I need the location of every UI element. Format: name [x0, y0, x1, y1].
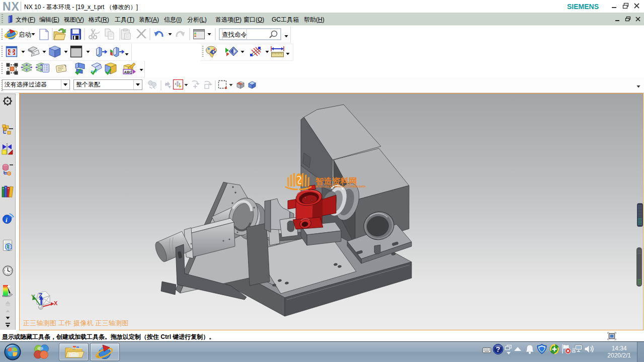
svg-text:i: i — [6, 216, 8, 224]
svg-text:INTELLIGENT MANUFACTURING DATA: INTELLIGENT MANUFACTURING DATA — [315, 185, 366, 188]
svg-text:X: X — [54, 300, 58, 306]
svg-text:Y: Y — [31, 294, 35, 300]
svg-text:启动: 启动 — [19, 31, 31, 38]
svg-text:智造资料网: 智造资料网 — [315, 176, 357, 186]
svg-text:查找命令: 查找命令 — [222, 31, 247, 38]
svg-text:ABC: ABC — [124, 70, 133, 74]
svg-text:Z: Z — [39, 292, 42, 299]
